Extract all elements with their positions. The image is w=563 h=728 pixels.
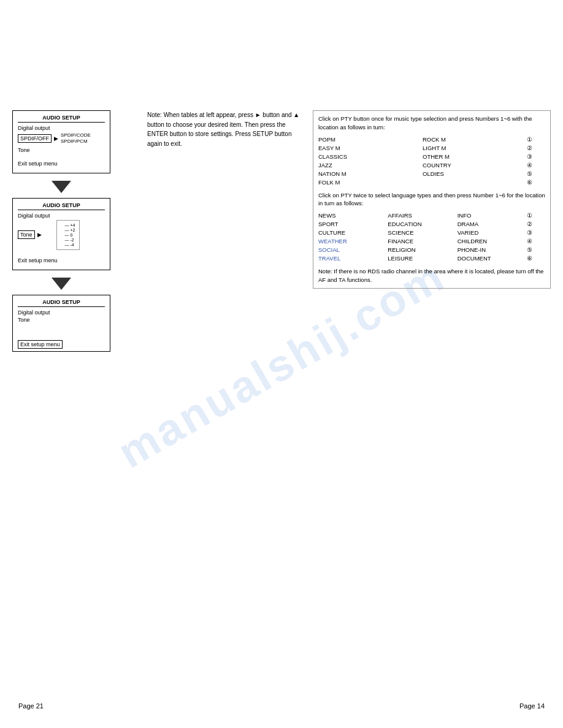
left-panel: AUDIO SETUP Digital output SPDIF/OFF ▶ S… <box>12 110 135 354</box>
digital-output-label-1: Digital output <box>18 125 50 131</box>
slider-label-3: — <box>61 233 69 237</box>
audio-setup-title-1: AUDIO SETUP <box>18 115 105 123</box>
lang-cell-varied: VARIED <box>458 229 524 237</box>
slider-val-5: -4 <box>71 243 74 247</box>
lang-cell-finance: FINANCE <box>388 237 454 245</box>
page-container: manualshij.com AUDIO SETUP Digital outpu… <box>0 0 563 728</box>
music-cell-rockm: ROCK M <box>423 135 523 143</box>
down-arrow-1 <box>12 181 110 193</box>
slider-label-1: — <box>61 223 69 227</box>
tone-selected: Tone <box>18 230 35 239</box>
page-left: Page 21 <box>18 702 44 710</box>
lang-cell-sport: SPORT <box>318 220 385 228</box>
slider-label-4: — <box>61 238 69 242</box>
music-cell-popm: POPM <box>318 135 419 143</box>
lang-num-2: ② <box>527 220 545 228</box>
slider-val-1: +4 <box>71 223 75 227</box>
right-panel: Click on PTY button once for music type … <box>307 110 551 354</box>
spdif-options: SPDIF/CODE SPDIF/PCM <box>61 132 91 145</box>
pty-note: Note: If there is no RDS radio channel i… <box>318 267 545 284</box>
lang-num-3: ③ <box>527 229 545 237</box>
pty-table-container: Click on PTY button once for music type … <box>313 110 551 289</box>
slider-row-1: — +4 <box>61 223 75 227</box>
slider-label-5: — <box>61 243 69 247</box>
lang-cell-education: EDUCATION <box>388 220 454 228</box>
music-num-1: ① <box>527 135 545 143</box>
audio-setup-box-1: AUDIO SETUP Digital output SPDIF/OFF ▶ S… <box>12 110 110 173</box>
tone-row-2: Tone ▶ — +4 — +2 — <box>18 220 105 250</box>
lang-cell-weather: WEATHER <box>318 237 385 245</box>
down-arrow-shape-1 <box>52 181 71 193</box>
slider-val-2: +2 <box>71 228 75 232</box>
down-arrow-shape-2 <box>52 278 71 290</box>
tone-row-3: Tone <box>18 317 105 323</box>
exit-menu-3: Exit setup menu <box>18 340 63 349</box>
music-cell-folkm: FOLK M <box>318 178 419 186</box>
music-num-3: ③ <box>527 153 545 161</box>
music-cell-jazz: JAZZ <box>318 161 419 169</box>
instruction-text: Note: When tables at left appear, press … <box>147 110 301 148</box>
music-cell-nationm: NATION M <box>318 170 419 178</box>
tone-label-3: Tone <box>18 317 30 323</box>
audio-setup-box-2: AUDIO SETUP Digital output Tone ▶ — +4 <box>12 198 110 270</box>
tone-row-1: Tone <box>18 147 105 153</box>
pty-music-header: Click on PTY button once for music type … <box>318 115 545 132</box>
slider-val-3: 0 <box>71 233 73 237</box>
lang-num-1: ① <box>527 211 545 219</box>
lang-cell-leisure: LEISURE <box>388 254 454 262</box>
pty-lang-grid: NEWS AFFAIRS INFO ① SPORT EDUCATION DRAM… <box>318 211 545 262</box>
music-num-2: ② <box>527 144 545 152</box>
music-cell-empty <box>423 178 523 186</box>
music-num-6: ⑥ <box>527 178 545 186</box>
lang-cell-culture: CULTURE <box>318 229 385 237</box>
slider-row-2: — +2 <box>61 228 75 232</box>
lang-cell-drama: DRAMA <box>458 220 524 228</box>
slider-val-4: -2 <box>71 238 74 242</box>
slider-row-5: — -4 <box>61 243 75 247</box>
music-cell-otherm: OTHER M <box>423 153 523 161</box>
digital-output-label-3: Digital output <box>18 309 50 316</box>
lang-cell-children: CHILDREN <box>458 237 524 245</box>
music-num-4: ④ <box>527 161 545 169</box>
lang-cell-info: INFO <box>458 211 524 219</box>
lang-cell-science: SCIENCE <box>388 229 454 237</box>
music-cell-oldies: OLDIES <box>423 170 523 178</box>
audio-row-2: Digital output <box>18 213 105 219</box>
arrow-right-2: ▶ <box>37 232 42 238</box>
audio-setup-title-3: AUDIO SETUP <box>18 299 105 307</box>
lang-num-6: ⑥ <box>527 254 545 262</box>
lang-cell-affairs: AFFAIRS <box>388 211 454 219</box>
page-right: Page 14 <box>519 702 545 710</box>
lang-cell-travel: TRAVEL <box>318 254 385 262</box>
slider-label-2: — <box>61 228 69 232</box>
exit-menu-2: Exit setup menu <box>18 257 105 264</box>
music-cell-lightm: LIGHT M <box>423 144 523 152</box>
exit-btn-3-wrapper: Exit setup menu <box>18 341 105 347</box>
pty-lang-header: Click on PTY twice to select language ty… <box>318 191 545 208</box>
lang-cell-news: NEWS <box>318 211 385 219</box>
content-area: AUDIO SETUP Digital output SPDIF/OFF ▶ S… <box>12 12 551 354</box>
tone-sliders: — +4 — +2 — 0 — -2 <box>56 220 80 250</box>
lang-cell-phonein: PHONE-IN <box>458 246 524 254</box>
pty-music-grid: POPM ROCK M ① EASY M LIGHT M ② CLASSICS … <box>318 135 545 186</box>
lang-cell-religion: RELIGION <box>388 246 454 254</box>
lang-num-4: ④ <box>527 237 545 245</box>
down-arrow-2 <box>12 278 110 290</box>
lang-cell-document: DOCUMENT <box>458 254 524 262</box>
middle-panel: Note: When tables at left appear, press … <box>135 110 307 354</box>
spdif-selected: SPDIF/OFF <box>18 134 52 143</box>
slider-row-4: — -2 <box>61 238 75 242</box>
digital-output-label-2: Digital output <box>18 213 50 219</box>
music-cell-country: COUNTRY <box>423 161 523 169</box>
lang-cell-social: SOCIAL <box>318 246 385 254</box>
music-num-5: ⑤ <box>527 170 545 178</box>
audio-row-spdif: SPDIF/OFF ▶ SPDIF/CODE SPDIF/PCM <box>18 132 105 145</box>
tone-label-1: Tone <box>18 147 30 153</box>
audio-row-3: Digital output <box>18 309 105 316</box>
music-cell-classics: CLASSICS <box>318 153 419 161</box>
music-cell-easym: EASY M <box>318 144 419 152</box>
arrow-right: ▶ <box>54 135 58 142</box>
audio-row-1: Digital output <box>18 125 105 131</box>
page-numbers: Page 21 Page 14 <box>0 702 563 710</box>
slider-row-3: — 0 <box>61 233 75 237</box>
